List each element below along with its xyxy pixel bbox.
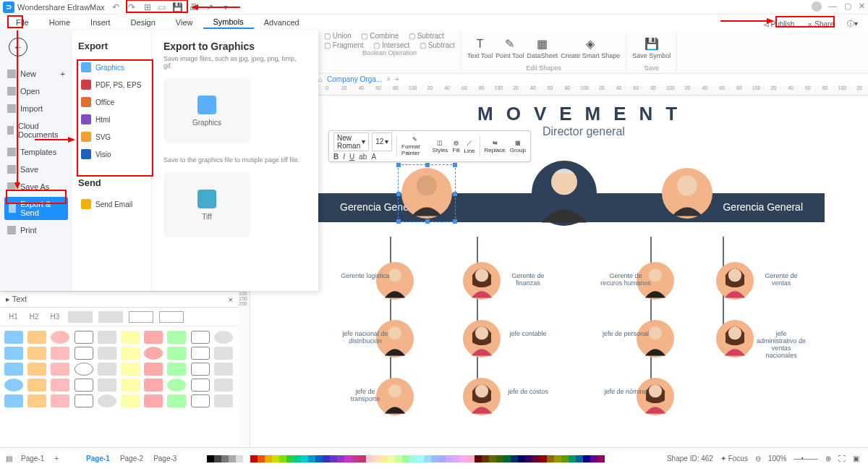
shape-thumbnail[interactable]: [214, 363, 233, 376]
file-menu-print[interactable]: Print: [0, 221, 72, 239]
bold-button[interactable]: B: [333, 153, 339, 161]
open-icon[interactable]: ▭: [157, 2, 167, 12]
shape-thumbnail[interactable]: [98, 347, 116, 360]
palette-swatch[interactable]: [482, 455, 489, 462]
menu-tab-design[interactable]: Design: [121, 17, 166, 28]
shape-thumbnail[interactable]: [98, 331, 116, 344]
export-graphics[interactable]: Graphics: [78, 59, 145, 76]
fragment-button[interactable]: ▢ Fragment: [324, 41, 364, 49]
file-menu-save-as[interactable]: Save As: [0, 178, 72, 195]
shape-thumbnail[interactable]: [144, 394, 163, 407]
palette-swatch[interactable]: [366, 455, 373, 462]
line-button[interactable]: ／Line: [464, 139, 475, 154]
help-icon[interactable]: ⓘ▾: [843, 17, 862, 30]
subtract-button[interactable]: ▢ Subtract: [409, 32, 444, 40]
zoom-slider[interactable]: —•——: [793, 455, 818, 462]
shape-thumbnail[interactable]: [4, 363, 23, 376]
save-symbol-button[interactable]: 💾Save Symbol: [632, 37, 671, 59]
shape-thumbnail[interactable]: [27, 363, 46, 376]
fit-icon[interactable]: ⛶: [838, 455, 846, 462]
palette-swatch[interactable]: [525, 455, 532, 462]
palette-swatch[interactable]: [236, 455, 243, 462]
palette-swatch[interactable]: [344, 455, 352, 462]
palette-swatch[interactable]: [323, 455, 330, 462]
italic-button[interactable]: I: [343, 153, 345, 161]
fill-button[interactable]: ◍Fill: [452, 140, 459, 153]
palette-swatch[interactable]: [207, 455, 214, 462]
group-button[interactable]: ▦Group: [510, 140, 526, 153]
palette-swatch[interactable]: [453, 455, 460, 462]
style-swatch[interactable]: [68, 311, 93, 323]
shape-thumbnail[interactable]: [191, 394, 210, 407]
shape-thumbnail[interactable]: [75, 379, 93, 392]
shape-thumbnail[interactable]: [75, 394, 93, 407]
zoom-in-icon[interactable]: ⊕: [825, 455, 831, 462]
org-node[interactable]: [637, 320, 674, 358]
shape-thumbnail[interactable]: [214, 379, 233, 392]
shape-thumbnail[interactable]: [144, 363, 163, 376]
publish-button[interactable]: ◅ Publish: [759, 19, 799, 30]
h1-tab[interactable]: H1: [6, 311, 21, 322]
palette-swatch[interactable]: [279, 455, 286, 462]
shape-thumbnail[interactable]: [27, 331, 46, 344]
menu-tab-symbols[interactable]: Symbols: [203, 16, 254, 29]
org-node-director[interactable]: [532, 161, 597, 226]
h2-tab[interactable]: H2: [27, 311, 42, 322]
redo-icon[interactable]: ↷: [127, 2, 137, 12]
shape-thumbnail[interactable]: [4, 379, 23, 392]
palette-swatch[interactable]: [258, 455, 265, 462]
palette-swatch[interactable]: [388, 455, 395, 462]
page-tab[interactable]: Page-1: [86, 455, 110, 462]
graphics-card[interactable]: Graphics: [163, 78, 250, 143]
shape-thumbnail[interactable]: [4, 331, 23, 344]
palette-swatch[interactable]: [576, 455, 583, 462]
palette-swatch[interactable]: [489, 455, 496, 462]
palette-swatch[interactable]: [315, 455, 323, 462]
file-menu-import[interactable]: Import: [0, 100, 72, 117]
shape-thumbnail[interactable]: [144, 379, 163, 392]
palette-swatch[interactable]: [380, 455, 388, 462]
shape-thumbnail[interactable]: [75, 363, 93, 376]
palette-swatch[interactable]: [417, 455, 424, 462]
org-node[interactable]: [463, 378, 501, 415]
shape-thumbnail[interactable]: [214, 331, 233, 344]
menu-tab-advanced[interactable]: Advanced: [254, 17, 310, 28]
union-button[interactable]: ▢ Union: [324, 32, 352, 40]
file-menu-new[interactable]: New+: [0, 65, 72, 83]
home-tab-icon[interactable]: ⌂: [318, 75, 323, 83]
palette-swatch[interactable]: [352, 455, 359, 462]
style-swatch[interactable]: [129, 311, 153, 323]
shape-thumbnail[interactable]: [27, 379, 46, 392]
file-menu-cloud-documents[interactable]: Cloud Documents: [0, 117, 72, 143]
shape-thumbnail[interactable]: [51, 379, 69, 392]
menu-tab-view[interactable]: View: [166, 17, 203, 28]
palette-swatch[interactable]: [561, 455, 569, 462]
palette-swatch[interactable]: [265, 455, 272, 462]
export-svg[interactable]: SVG: [78, 128, 145, 145]
palette-swatch[interactable]: [330, 455, 337, 462]
fullscreen-icon[interactable]: ▣: [853, 455, 859, 462]
palette-swatch[interactable]: [294, 455, 301, 462]
floating-toolbar[interactable]: New Roman ▾ 12 ▾ B I U ab A ✎Format Pain…: [328, 130, 531, 162]
shape-thumbnail[interactable]: [98, 394, 116, 407]
export-pdf-ps-eps[interactable]: PDF, PS, EPS: [78, 76, 145, 93]
palette-swatch[interactable]: [308, 455, 315, 462]
shape-thumbnail[interactable]: [75, 347, 93, 360]
export-html[interactable]: Html: [78, 111, 145, 128]
shape-thumbnail[interactable]: [167, 331, 186, 344]
document-tab[interactable]: Company Orga...: [327, 75, 382, 83]
export-visio[interactable]: Visio: [78, 145, 145, 163]
pages-icon[interactable]: ▤: [0, 455, 18, 462]
palette-swatch[interactable]: [446, 455, 453, 462]
palette-swatch[interactable]: [583, 455, 590, 462]
file-menu-open[interactable]: Open: [0, 83, 72, 100]
shape-thumbnail[interactable]: [167, 363, 186, 376]
palette-swatch[interactable]: [250, 455, 258, 462]
shape-thumbnail[interactable]: [167, 347, 186, 360]
palette-swatch[interactable]: [402, 455, 409, 462]
close-icon[interactable]: ✕: [859, 1, 865, 12]
fontcolor-button[interactable]: A: [371, 153, 376, 161]
print-icon[interactable]: 🖶: [189, 2, 199, 12]
style-swatch[interactable]: [98, 311, 123, 323]
shape-thumbnail[interactable]: [191, 331, 210, 344]
